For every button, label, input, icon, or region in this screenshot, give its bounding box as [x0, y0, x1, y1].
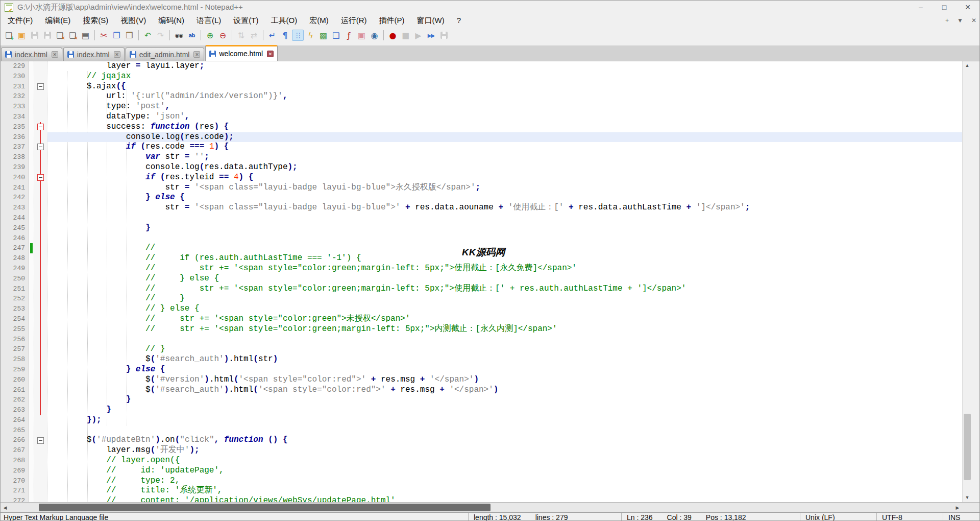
file-monitoring-icon[interactable]: ◉ [369, 30, 380, 41]
menu-run[interactable]: 运行(R) [335, 14, 373, 27]
tab-edit_admin-html-2[interactable]: edit_admin.html✕ [126, 48, 205, 61]
tab-label: index.html [15, 51, 47, 59]
fold-collapse-box-line-266[interactable] [37, 437, 44, 444]
tab-close-icon[interactable]: ✕ [193, 51, 200, 58]
horizontal-scroll-thumb[interactable] [39, 504, 491, 511]
tab-welcome-html-3[interactable]: welcome.html✕ [205, 45, 278, 61]
redo-icon[interactable]: ↷ [155, 30, 166, 41]
menu-bar: 文件(F)编辑(E)搜索(S)视图(V)编码(N)语言(L)设置(T)工具(O)… [1, 14, 979, 27]
sync-horizontal-scroll-icon[interactable]: ⇄ [248, 30, 260, 41]
new-tab-button[interactable]: + [945, 17, 949, 24]
document-list-icon[interactable]: ❑ [330, 30, 342, 41]
menu-language[interactable]: 语言(L) [190, 14, 227, 27]
word-wrap-icon[interactable]: ↵ [266, 30, 278, 41]
line-number: 247 [1, 243, 25, 253]
menu-encoding[interactable]: 编码(N) [152, 14, 190, 27]
print-icon[interactable]: ▤ [80, 30, 91, 41]
close-doc-icon[interactable]: ❏✕ [54, 30, 66, 41]
undo-icon[interactable]: ↶ [142, 30, 154, 41]
line-number: 235 [1, 122, 25, 132]
menu-view[interactable]: 视图(V) [114, 14, 152, 27]
scroll-right-arrow[interactable]: ▶ [953, 503, 962, 513]
tab-close-icon[interactable]: ✕ [267, 51, 274, 57]
line-number: 246 [1, 233, 25, 244]
scroll-left-arrow[interactable]: ◀ [1, 503, 10, 513]
status-insert-mode[interactable]: INS [943, 513, 979, 521]
fold-collapse-box-line-237[interactable] [37, 144, 44, 150]
code-line-270: // type: 2, [47, 476, 962, 486]
line-number: 258 [1, 354, 25, 365]
code-text-area[interactable]: KK源码网 layer = layui.layer; // jqajax $.a… [47, 61, 962, 502]
tab-close-icon[interactable]: ✕ [114, 51, 120, 58]
open-folder-icon[interactable]: ▣ [16, 30, 28, 41]
scroll-up-arrow[interactable]: ▲ [963, 61, 972, 70]
line-number: 240 [1, 173, 25, 183]
window-title: G:\小水滴开源版\app\admin\view\index\welcome.h… [17, 3, 909, 12]
zoom-in-icon[interactable]: ⊕ [204, 30, 216, 41]
save-macro-icon[interactable] [438, 30, 450, 41]
vertical-scrollbar[interactable]: ▲ ▼ [962, 61, 971, 502]
menu-edit[interactable]: 编辑(E) [39, 14, 77, 27]
tab-list-button[interactable]: ▼ [957, 17, 963, 24]
code-line-250: // } else { [47, 274, 962, 284]
copy-icon[interactable]: ❐ [111, 30, 122, 41]
fold-collapse-box-line-240[interactable] [37, 174, 44, 181]
menu-file[interactable]: 文件(F) [2, 14, 39, 27]
tab-close-icon[interactable]: ✕ [52, 51, 58, 58]
replace-icon[interactable]: ab [186, 30, 198, 41]
find-icon[interactable]: ◉◉ [173, 30, 185, 41]
fold-collapse-box-line-235[interactable] [37, 124, 44, 130]
line-number: 268 [1, 456, 25, 466]
document-map-icon[interactable]: ▩ [317, 30, 329, 41]
menu-tools[interactable]: 工具(O) [264, 14, 303, 27]
save-all-icon[interactable] [41, 30, 53, 41]
line-number-gutter: 2292302312322332342352362372382392402412… [1, 61, 29, 502]
line-number: 250 [1, 274, 25, 284]
cut-icon[interactable]: ✂ [98, 30, 110, 41]
stop-macro-icon[interactable]: ■ [400, 30, 411, 41]
close-button[interactable]: ✕ [956, 1, 979, 14]
code-line-246 [47, 233, 962, 244]
tab-index-html-0[interactable]: index.html✕ [1, 48, 62, 61]
sync-vertical-scroll-icon[interactable]: ⇅ [235, 30, 247, 41]
line-number: 249 [1, 264, 25, 274]
line-number: 244 [1, 213, 25, 223]
tab-index-html-1[interactable]: index.html✕ [63, 48, 125, 61]
scroll-down-arrow[interactable]: ▼ [963, 493, 972, 502]
script-lightning-icon[interactable]: ϟ [305, 30, 316, 41]
line-number: 251 [1, 284, 25, 294]
code-line-235: success: function (res) { [47, 122, 962, 132]
maximize-button[interactable]: □ [933, 1, 956, 14]
record-macro-icon[interactable]: ● [387, 30, 399, 41]
status-eol-format[interactable]: Unix (LF) [800, 513, 876, 521]
play-macro-icon[interactable]: ▶ [412, 30, 424, 41]
fold-collapse-box-line-231[interactable] [37, 83, 44, 90]
line-number: 236 [1, 132, 25, 143]
menu-right-buttons: +▼✕ [945, 14, 976, 27]
menu-search[interactable]: 搜索(S) [77, 14, 114, 27]
new-file-icon[interactable]: ❏+ [3, 30, 15, 41]
close-tab-button[interactable]: ✕ [971, 17, 976, 24]
line-number: 261 [1, 385, 25, 395]
function-list-icon[interactable]: ƒ [343, 30, 355, 41]
zoom-out-icon[interactable]: ⊖ [217, 30, 229, 41]
horizontal-scrollbar[interactable]: ◀ ▶ [1, 502, 979, 512]
menu-macro[interactable]: 宏(M) [303, 14, 335, 27]
paste-icon[interactable]: ❒ [124, 30, 135, 41]
minimize-button[interactable]: – [909, 1, 933, 14]
show-all-characters-icon[interactable]: ¶ [279, 30, 291, 41]
save-icon[interactable] [29, 30, 40, 41]
code-line-242: } else { [47, 193, 962, 203]
status-encoding[interactable]: UTF-8 [876, 513, 943, 521]
vertical-scroll-thumb[interactable] [964, 414, 971, 480]
code-line-260: $('#version').html('<span style="color:r… [47, 375, 962, 385]
close-all-docs-icon[interactable]: ❏✕ [67, 30, 79, 41]
menu-window[interactable]: 窗口(W) [410, 14, 450, 27]
run-macro-multiple-icon[interactable]: ▶▶ [425, 30, 437, 41]
menu-plugins[interactable]: 插件(P) [373, 14, 410, 27]
menu-settings[interactable]: 设置(T) [227, 14, 264, 27]
tab-bar: index.html✕index.html✕edit_admin.html✕we… [1, 45, 979, 61]
folder-as-workspace-icon[interactable]: ▣ [356, 30, 368, 41]
indent-guide-icon[interactable]: ┆┆ [292, 30, 304, 41]
menu-help[interactable]: ? [451, 14, 467, 27]
